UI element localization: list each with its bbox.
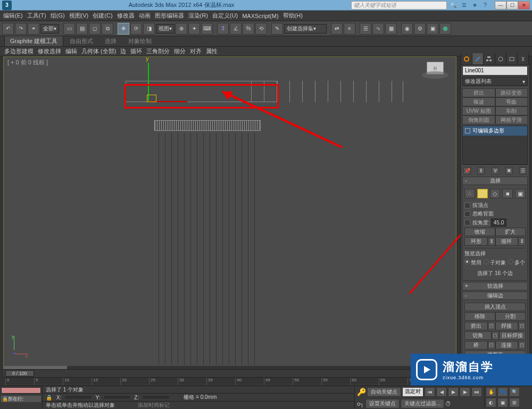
- modifier-stack[interactable]: 可编辑多边形: [462, 126, 528, 165]
- nav-zoomext[interactable]: ▣: [497, 398, 508, 407]
- rotate-button[interactable]: ⟳: [130, 23, 142, 35]
- radio-disable[interactable]: 禁用: [471, 260, 481, 265]
- cp-tab-motion[interactable]: [495, 53, 506, 64]
- graphite-title[interactable]: Graphite 建模工具: [4, 36, 63, 47]
- nav-zoomall[interactable]: ⊞: [509, 398, 520, 407]
- timeline[interactable]: 0 / 100 0 5 10 15 20 25 30 35 40 45 50 5…: [3, 369, 456, 385]
- curve-editor-button[interactable]: ∿: [372, 23, 384, 35]
- percent-snap-button[interactable]: %: [243, 23, 254, 35]
- btn-insertvert[interactable]: 插入顶点: [464, 303, 526, 311]
- keyfilter-button[interactable]: 关键点过滤器...: [401, 399, 444, 408]
- menu-grapheditors[interactable]: 图形编辑器: [155, 12, 184, 20]
- check-byangle-label[interactable]: 按角度:: [472, 219, 490, 227]
- btn-split[interactable]: 分割: [495, 312, 526, 321]
- rollout-editedge-header[interactable]: 编辑边: [462, 291, 528, 300]
- gs-subdiv[interactable]: 细分: [174, 47, 186, 55]
- play-button[interactable]: ▶: [448, 387, 459, 397]
- keymode-dropdown[interactable]: 选定对: [402, 387, 423, 397]
- subobj-polygon[interactable]: ■: [502, 189, 513, 198]
- cp-tab-hierarchy[interactable]: [484, 53, 495, 64]
- rollout-selection-header[interactable]: 选择: [462, 177, 528, 185]
- autokey-button[interactable]: 自动关键点: [367, 387, 401, 397]
- btn-bridge[interactable]: 桥: [464, 341, 488, 349]
- filter-dropdown[interactable]: 全部 ▾: [40, 24, 59, 34]
- stack-pin[interactable]: 📌: [463, 167, 471, 174]
- mod-bevel[interactable]: 倒角剖面: [462, 115, 495, 124]
- gs-loop[interactable]: 循环: [130, 47, 142, 55]
- coord-x[interactable]: [65, 396, 91, 398]
- subobj-element[interactable]: ▣: [515, 189, 526, 198]
- check-ignoreback[interactable]: 忽略背面: [472, 210, 494, 218]
- undo-button[interactable]: ↶: [2, 23, 14, 35]
- menu-customize[interactable]: 自定义(U): [212, 12, 238, 20]
- next-frame[interactable]: ▶: [460, 387, 470, 397]
- render-button[interactable]: [439, 23, 451, 35]
- gs-edit[interactable]: 编辑: [65, 47, 77, 55]
- graphite-tab-paint[interactable]: 对象绘制: [123, 36, 157, 46]
- ring-spinner[interactable]: ⇕: [488, 237, 495, 246]
- gs-props[interactable]: 属性: [206, 47, 218, 55]
- gs-align[interactable]: 对齐: [190, 47, 202, 55]
- link-button[interactable]: ⚭: [28, 23, 39, 35]
- layers-button[interactable]: ☰: [360, 23, 371, 35]
- editnamed-button[interactable]: ✎: [271, 23, 283, 35]
- btn-connect[interactable]: 连接: [495, 341, 519, 349]
- gs-polymodel[interactable]: 多边形建模: [4, 47, 34, 55]
- script-mini[interactable]: [1, 387, 41, 394]
- move-button[interactable]: ✥: [118, 23, 129, 35]
- check-byvertex[interactable]: 按顶点: [472, 202, 488, 209]
- radio-subobj[interactable]: 子对象: [490, 260, 506, 265]
- goto-start[interactable]: ⏮: [425, 387, 435, 397]
- refcoord-dropdown[interactable]: 视图 ▾: [156, 24, 174, 34]
- btn-extrude[interactable]: 挤出: [464, 322, 488, 330]
- subobj-border[interactable]: ◇: [490, 189, 501, 198]
- object-name-field[interactable]: Line001: [462, 66, 528, 76]
- stack-unique[interactable]: ∀: [492, 167, 499, 174]
- gs-edge[interactable]: 边: [120, 47, 126, 55]
- menu-create[interactable]: 创建(C): [93, 12, 112, 20]
- viewcube-ring[interactable]: [422, 71, 448, 79]
- bridge-settings[interactable]: □: [488, 341, 495, 349]
- btn-remove[interactable]: 移除: [464, 312, 495, 321]
- angle-snap-button[interactable]: ∠: [230, 23, 242, 35]
- nav-zoom[interactable]: 🔍: [509, 387, 520, 397]
- nav-fov[interactable]: ◐: [486, 398, 496, 407]
- add-time-tag[interactable]: 添加时间标记: [138, 402, 170, 408]
- subobj-vertex[interactable]: ∴: [464, 189, 475, 198]
- mod-uvwmap[interactable]: UVW 贴图: [462, 106, 495, 115]
- chamfer-settings[interactable]: □: [492, 331, 499, 340]
- menu-rendering[interactable]: 渲染(R): [188, 12, 208, 20]
- schematic-button[interactable]: ▦: [385, 23, 397, 35]
- graphite-tab-freeform[interactable]: 自由形式: [64, 36, 98, 46]
- pivot-button[interactable]: ⊕: [176, 23, 187, 35]
- btn-shrink[interactable]: 收缩: [464, 228, 495, 236]
- minimize-button[interactable]: —: [495, 1, 506, 10]
- modifier-list-dropdown[interactable]: 修改器列表▾: [462, 77, 528, 86]
- rollout-softsel-header[interactable]: 软选择: [462, 282, 528, 290]
- restore-button[interactable]: ☐: [506, 1, 518, 10]
- scale-button[interactable]: ◨: [143, 23, 155, 35]
- viewport-front[interactable]: [3, 56, 456, 367]
- menu-animation[interactable]: 动画: [139, 12, 151, 20]
- stack-editable-poly[interactable]: 可编辑多边形: [463, 126, 527, 136]
- viewcube[interactable]: 前: [419, 62, 451, 88]
- snap-button[interactable]: 3: [217, 23, 229, 35]
- window-crossing-button[interactable]: ⧉: [102, 23, 113, 35]
- coord-z[interactable]: [143, 396, 169, 398]
- material-editor-button[interactable]: ◉: [401, 23, 413, 35]
- btn-loop[interactable]: 循环: [495, 237, 519, 246]
- cp-tab-display[interactable]: [506, 53, 518, 64]
- menu-tools[interactable]: 工具(T): [27, 12, 46, 20]
- menu-views[interactable]: 视图(V): [69, 12, 89, 20]
- close-button[interactable]: ✕: [518, 1, 530, 10]
- menu-group[interactable]: 组(G): [51, 12, 65, 20]
- nav-walk[interactable]: 👣: [497, 387, 508, 397]
- rendered-frame-button[interactable]: ▣: [427, 23, 438, 35]
- align-button[interactable]: ≡: [344, 23, 355, 35]
- mod-meshsmooth[interactable]: 网格平滑: [495, 115, 528, 124]
- mod-noise[interactable]: 噪波: [462, 97, 495, 106]
- menu-modifiers[interactable]: 修改器: [117, 12, 135, 20]
- time-ruler[interactable]: 0 5 10 15 20 25 30 35 40 45 50 55 60 65 …: [3, 377, 456, 385]
- select-manip-button[interactable]: ✦: [188, 23, 200, 35]
- stack-remove[interactable]: ✖: [505, 167, 513, 174]
